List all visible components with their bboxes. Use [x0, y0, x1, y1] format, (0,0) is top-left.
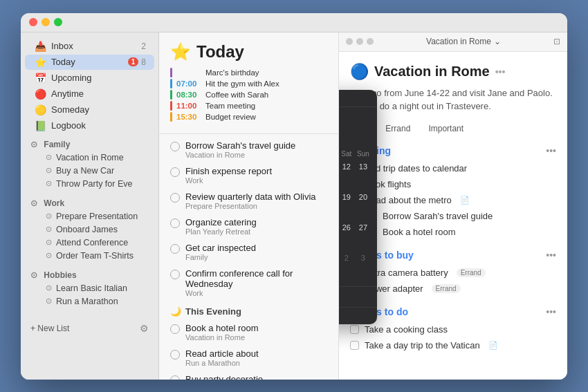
cal-cell-27[interactable]: 27 [356, 221, 371, 234]
schedule-item-birthday: Marc's birthday [170, 67, 327, 78]
work-group-label: Work [44, 198, 64, 208]
task-checkbox[interactable] [170, 193, 180, 203]
dropdown-add-reminder[interactable]: + + Add Reminder [339, 307, 377, 324]
todo-menu-icon[interactable]: ••• [546, 306, 556, 317]
task-checkbox[interactable] [170, 167, 180, 177]
planning-menu-icon[interactable]: ••• [546, 145, 556, 156]
cal-cell-3[interactable]: 3 [356, 251, 371, 265]
task-content: Organize catering Plan Yearly Retreat [185, 217, 327, 236]
meeting-time: 11:00 [176, 102, 201, 110]
fullscreen-button[interactable] [54, 18, 62, 26]
dropdown-today-item[interactable]: ⭐ Today [339, 107, 377, 127]
planning-task-3[interactable]: Read about the metro 📄 [350, 192, 556, 208]
filter-important[interactable]: Important [421, 122, 470, 136]
todo-task-2[interactable]: Take a day trip to the Vatican 📄 [350, 337, 556, 353]
detail-traffic-lights [346, 38, 374, 45]
detail-more-icon[interactable]: ••• [495, 66, 506, 77]
task-confirm-call[interactable]: Confirm conference call for Wednesday Wo… [159, 265, 338, 301]
sidebar-item-throw-party[interactable]: ⊙ Throw Party for Eve [25, 178, 154, 190]
buy-task-1[interactable]: Extra camera battery Errand [350, 265, 556, 281]
sidebar-item-vacation-rome[interactable]: ⊙ Vacation in Rome [25, 151, 154, 164]
sidebar-item-buy-car[interactable]: ⊙ Buy a New Car [25, 165, 154, 177]
task-expense-report[interactable]: Finish expense report Work [159, 162, 338, 188]
cal-day-sat: Sat [339, 150, 355, 158]
close-button[interactable] [29, 18, 37, 26]
sidebar-item-learn-italian[interactable]: ⊙ Learn Basic Italian [25, 282, 154, 295]
cal-cell-26[interactable]: 26 [339, 221, 354, 234]
new-list-button[interactable]: + New List [30, 324, 69, 333]
evening-section-header: 🌙 This Evening [159, 301, 338, 319]
task-name: Organize catering [185, 217, 327, 227]
sidebar-item-run-marathon[interactable]: ⊙ Run a Marathon [25, 295, 154, 308]
sidebar-item-prepare-presentation[interactable]: ⊙ Prepare Presentation [25, 210, 154, 223]
budget-time: 15:30 [176, 113, 201, 121]
sidebar-logbook-label: Logbook [51, 120, 146, 131]
sidebar-item-logbook[interactable]: 📗 Logbook [25, 118, 154, 133]
cal-cell-12[interactable]: 12 [339, 160, 354, 174]
cal-cell-19[interactable]: 19 [339, 190, 354, 204]
task-checkbox[interactable] [170, 270, 180, 279]
sidebar-item-onboard-james[interactable]: ⊙ Onboard James [25, 223, 154, 236]
detail-expand-icon[interactable]: ⊡ [553, 37, 560, 46]
task-checkbox[interactable] [170, 142, 180, 151]
task-borrow-guide[interactable]: Borrow Sarah's travel guide Vacation in … [159, 137, 338, 162]
sidebar-group-family: ⊙ Family ⊙ Vacation in Rome ⊙ Buy a New … [21, 134, 158, 190]
task-checkbox[interactable] [170, 350, 180, 360]
filter-icon[interactable]: ⚙ [140, 323, 149, 334]
hobbies-group-icon: ⊙ [30, 270, 37, 280]
sidebar-item-anytime[interactable]: 🔴 Anytime [25, 86, 154, 102]
planning-task-2[interactable]: Book flights [350, 176, 556, 192]
todo-task-1[interactable]: Take a cooking class [350, 321, 556, 337]
task-organize-catering[interactable]: Organize catering Plan Yearly Retreat [159, 214, 338, 239]
today-heading: Today [196, 42, 244, 62]
filter-errand[interactable]: Errand [378, 122, 417, 136]
sidebar-item-order-tshirts[interactable]: ⊙ Order Team T-Shirts [25, 250, 154, 262]
task-review-data[interactable]: Review quarterly data with Olivia Prepar… [159, 188, 338, 214]
today-badge: 1 [128, 57, 139, 66]
sidebar-car-label: Buy a New Car [56, 166, 114, 176]
gym-text: Hit the gym with Alex [205, 80, 279, 88]
dropdown-someday-item[interactable]: 🟡 Someday [339, 286, 377, 307]
doc-icon: 📄 [488, 341, 498, 350]
today-star-icon: ⭐ [170, 42, 191, 62]
sidebar-group-work: ⊙ Work ⊙ Prepare Presentation ⊙ Onboard … [21, 193, 158, 262]
buy-task-2[interactable]: Power adapter Errand [350, 281, 556, 297]
errand-badge: Errand [432, 284, 461, 293]
gym-time: 07:00 [176, 80, 201, 88]
dropdown-evening-item[interactable]: 🌙 This Evening [339, 127, 377, 147]
sidebar-item-someday[interactable]: 🟡 Someday [25, 102, 154, 118]
sidebar-item-attend-conference[interactable]: ⊙ Attend Conference [25, 236, 154, 249]
task-car-inspected[interactable]: Get car inspected Family [159, 239, 338, 265]
task-checkbox[interactable] [170, 375, 180, 380]
sidebar-marathon-label: Run a Marathon [56, 297, 118, 306]
sidebar-upcoming-label: Upcoming [51, 73, 146, 83]
cal-cell-2[interactable]: 2 [339, 251, 354, 265]
task-check[interactable] [350, 325, 359, 334]
task-checkbox[interactable] [170, 244, 180, 254]
task-book-hotel[interactable]: Book a hotel room Vacation in Rome [159, 319, 338, 345]
todo-section-header: Things to do ••• [350, 306, 556, 317]
sidebar-item-inbox[interactable]: 📥 Inbox 2 [25, 39, 154, 54]
minimize-button[interactable] [42, 18, 50, 26]
coffee-text: Coffee with Sarah [205, 91, 268, 99]
buy-menu-icon[interactable]: ••• [546, 250, 556, 261]
planning-task-4[interactable]: ⭐ Borrow Sarah's travel guide [350, 208, 556, 224]
coffee-accent [170, 90, 172, 100]
task-label: Extra camera battery [365, 268, 448, 278]
task-sub: Run a Marathon [185, 359, 327, 367]
main-panel: ⭐ Today Marc's birthday 07:00 Hit the gy… [159, 32, 339, 380]
planning-task-1[interactable]: Add trip dates to calendar [350, 160, 556, 176]
sidebar-item-upcoming[interactable]: 📅 Upcoming [25, 71, 154, 86]
planning-task-5[interactable]: 🌙 Book a hotel room [350, 224, 556, 240]
sidebar-item-today[interactable]: ⭐ Today 1 8 [25, 55, 154, 70]
chevron-down-icon[interactable]: ⌄ [494, 37, 501, 46]
task-checkbox[interactable] [170, 324, 180, 334]
sidebar-presentation-label: Prepare Presentation [56, 212, 138, 221]
cal-cell-13[interactable]: 13 [356, 160, 371, 174]
task-read-article[interactable]: Read article about Run a Marathon [159, 345, 338, 371]
task-buy-party[interactable]: Buy party decoratio Throw Party for Eve [159, 371, 338, 380]
detail-title-bar: Vacation in Rome ⌄ ⊡ [339, 32, 567, 52]
task-checkbox[interactable] [170, 218, 180, 228]
task-check[interactable] [350, 341, 359, 350]
cal-cell-20[interactable]: 20 [356, 190, 371, 204]
